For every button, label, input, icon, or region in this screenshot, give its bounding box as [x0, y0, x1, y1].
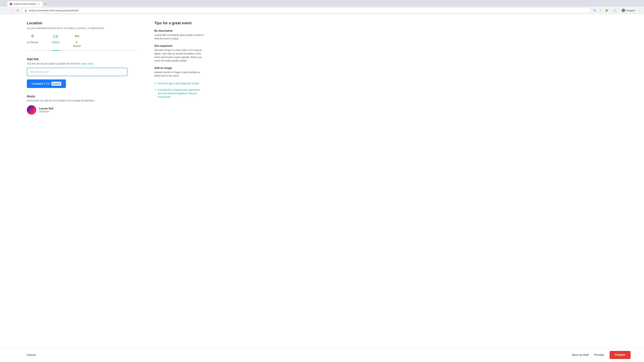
in-person-icon: [30, 34, 34, 39]
hosts-title: Hosts: [27, 95, 138, 98]
svg-rect-3: [77, 35, 79, 37]
zoom-logo: zoom: [52, 82, 61, 86]
main-form: Location Let your attendees know if this…: [0, 14, 151, 361]
back-button[interactable]: ←: [2, 8, 7, 13]
link-input[interactable]: [27, 68, 128, 76]
section-title: Location: [27, 21, 138, 25]
browser-tabs: ⌄ M Create an event | Meetup ✕ +: [0, 0, 644, 7]
online-label: Online: [52, 41, 59, 44]
host-info: Lauren Deli Organizer: [39, 107, 54, 113]
browser-toolbar: ← → ↻ 🔒 meetup.com/creative-circle-meetu…: [0, 7, 644, 14]
tab-in-person[interactable]: In Person: [27, 34, 38, 51]
tab-hybrid[interactable]: 🔒Hybrid: [73, 34, 81, 51]
page-content: Location Let your attendees know if this…: [0, 14, 644, 361]
host-avatar: [27, 105, 36, 115]
toolbar-icons: 🔍 ☆ 🧩 ⬜ 🕵 Incognito ⋮: [592, 8, 642, 13]
tip-heading-2: Get organized: [154, 44, 204, 47]
search-icon-btn[interactable]: 🔍: [592, 8, 597, 13]
publish-button[interactable]: Publish: [610, 351, 630, 359]
address-bar[interactable]: 🔒 meetup.com/creative-circle-meetup-grou…: [22, 8, 590, 13]
incognito-label: Incognito: [626, 9, 635, 12]
tip-text-1: A good title immediately gives people an…: [154, 33, 204, 40]
tip-text-3: Upload a photo or image to give members …: [154, 70, 204, 78]
cancel-button[interactable]: Cancel: [27, 353, 36, 357]
separator2: [619, 9, 619, 12]
avatar-image: [27, 105, 36, 115]
connect-label: CONNECT TO: [32, 82, 50, 85]
tip-text-2: Describe things in a clear order so it's…: [154, 48, 204, 62]
hybrid-lock-icon: 🔒: [75, 41, 78, 43]
tips-sidebar: Tips for a great event Be descriptive A …: [151, 14, 211, 361]
incognito-area: 🕵 Incognito: [620, 8, 636, 13]
external-link-icon-1: ↗: [154, 82, 156, 85]
organizer-guide-link[interactable]: ↗ Get more tips in the Organizer Guide: [154, 82, 204, 85]
svg-rect-1: [54, 35, 56, 37]
svg-point-2: [75, 35, 76, 36]
organizer-guide-label: Get more tips in the Organizer Guide: [158, 82, 199, 85]
add-link-section: Add link This link will only be visible …: [27, 57, 138, 88]
svg-point-0: [32, 35, 33, 36]
url-text: meetup.com/creative-circle-meetup-group/…: [28, 9, 588, 12]
lock-icon: 🔒: [24, 9, 27, 12]
connect-zoom-button[interactable]: CONNECT TO zoom: [27, 79, 66, 88]
connect-zoom-button-wrapper: CONNECT TO zoom: [27, 79, 138, 88]
footer-right: Save as draft Preview Publish: [572, 351, 630, 359]
active-tab[interactable]: M Create an event | Meetup ✕: [8, 1, 42, 7]
preview-button[interactable]: Preview: [594, 353, 604, 357]
incognito-icon: 🕵: [622, 9, 625, 12]
host-role: Organizer: [39, 110, 54, 113]
tab-expand-arrow[interactable]: ⌄: [1, 2, 5, 6]
tab-close-button[interactable]: ✕: [38, 3, 40, 5]
location-section: Location Let your attendees know if this…: [27, 21, 138, 88]
host-name: Lauren Deli: [39, 107, 54, 110]
tip-heading-1: Be descriptive: [154, 29, 204, 32]
external-link-icon-2: ↗: [154, 88, 156, 92]
extensions-button[interactable]: 🧩: [604, 8, 609, 13]
tab-label: Create an event | Meetup: [14, 3, 36, 5]
forward-button[interactable]: →: [8, 8, 14, 13]
tips-title: Tips for a great event: [154, 21, 204, 25]
location-tabs: In Person Online: [27, 34, 138, 51]
footer-bar: Cancel Save as draft Preview Publish: [0, 348, 644, 361]
online-icon: [53, 34, 58, 39]
learn-more-link[interactable]: Learn more: [81, 62, 93, 65]
bookmark-button[interactable]: ☆: [598, 8, 603, 13]
side-panel-button[interactable]: ⬜: [612, 8, 618, 13]
hybrid-icon: [74, 34, 79, 39]
in-person-label: In Person: [27, 41, 38, 44]
menu-button[interactable]: ⋮: [637, 8, 642, 13]
hybrid-label: Hybrid: [73, 44, 81, 48]
add-link-title: Add link: [27, 57, 138, 61]
host-item: Lauren Deli Organizer: [27, 105, 138, 115]
save-draft-button[interactable]: Save as draft: [572, 353, 589, 357]
tip-item-2: Get organized Describe things in a clear…: [154, 44, 204, 62]
reload-button[interactable]: ↻: [15, 8, 20, 13]
discord-community-label: Get help from experienced organizers. Jo…: [158, 88, 204, 98]
tab-online[interactable]: Online: [52, 34, 59, 51]
section-subtitle: Let your attendees know if this is an on…: [27, 27, 138, 29]
tip-item-3: Add an image Upload a photo or image to …: [154, 66, 204, 78]
tab-nav-arrows: ⌄: [1, 2, 5, 6]
browser-chrome: ⌄ M Create an event | Meetup ✕ + ← → ↻ 🔒…: [0, 0, 644, 14]
hosts-desc: Event hosts can edit the event details a…: [27, 99, 138, 102]
add-link-desc: This link will only be visible to people…: [27, 62, 138, 65]
hosts-section: Hosts Event hosts can edit the event det…: [27, 95, 138, 115]
new-tab-button[interactable]: +: [43, 2, 48, 6]
tip-heading-3: Add an image: [154, 66, 204, 69]
discord-community-link[interactable]: ↗ Get help from experienced organizers. …: [154, 88, 204, 98]
tip-item-1: Be descriptive A good title immediately …: [154, 29, 204, 40]
tab-favicon: M: [10, 3, 12, 5]
